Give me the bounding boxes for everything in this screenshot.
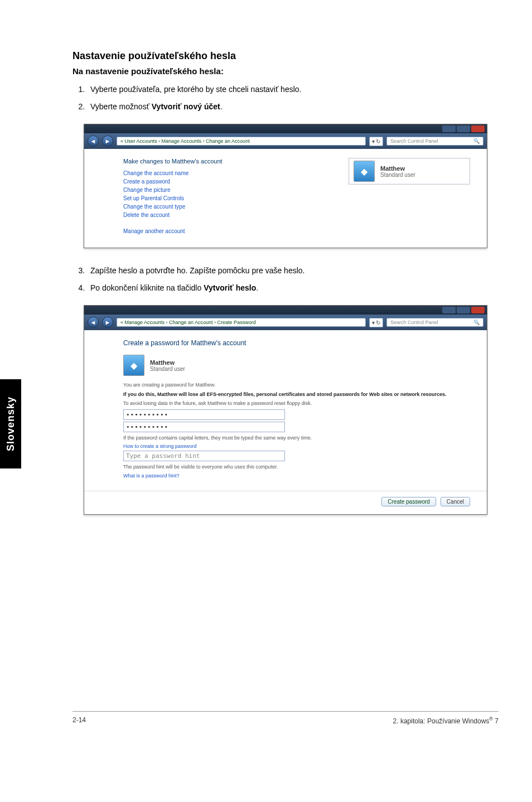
- language-tab-label: Slovensky: [5, 397, 17, 451]
- user-role: Standard user: [150, 366, 185, 372]
- step-1: Vyberte používateľa, pre ktorého by ste …: [87, 84, 499, 95]
- back-icon[interactable]: ◄: [88, 136, 99, 147]
- caps-line: If the password contains capital letters…: [123, 434, 470, 442]
- step-4-text: Po dokončení kliknite na tlačidlo: [90, 283, 204, 292]
- user-tile[interactable]: ◆ Matthew Standard user: [349, 158, 470, 185]
- refresh-box[interactable]: ▾↻: [369, 318, 383, 327]
- breadcrumb[interactable]: « User Accounts › Manage Accounts › Chan…: [117, 137, 366, 146]
- user-role: Standard user: [380, 172, 415, 178]
- link-change-type[interactable]: Change the account type: [123, 204, 332, 210]
- search-icon: 🔍: [473, 138, 480, 144]
- step-3: Zapíšte heslo a potvrďte ho. Zapíšte pom…: [87, 265, 499, 277]
- footer-post: 7: [493, 717, 499, 725]
- page-number: 2-14: [72, 716, 86, 725]
- creating-line: You are creating a password for Matthew.: [123, 381, 470, 389]
- footer-pre: 2. kapitola: Používanie Windows: [393, 717, 490, 725]
- create-password-button[interactable]: Create password: [381, 497, 436, 506]
- back-icon[interactable]: ◄: [88, 317, 99, 328]
- search-input[interactable]: Search Control Panel 🔍: [386, 318, 483, 327]
- avatar: ◆: [354, 161, 375, 182]
- link-password-hint[interactable]: What is a password hint?: [123, 473, 470, 479]
- avatar: ◆: [123, 355, 144, 376]
- breadcrumb[interactable]: « Manage Accounts › Change an Account › …: [117, 318, 366, 327]
- user-name: Matthew: [150, 359, 185, 366]
- refresh-icon: ↻: [376, 320, 380, 326]
- maximize-icon[interactable]: [457, 307, 470, 313]
- search-placeholder: Search Control Panel: [390, 138, 438, 144]
- step-1-text: Vyberte používateľa, pre ktorého by ste …: [90, 85, 301, 94]
- footer-chapter: 2. kapitola: Používanie Windows® 7: [393, 716, 499, 725]
- panel-heading: Make changes to Matthew's account: [123, 158, 332, 165]
- link-change-picture[interactable]: Change the picture: [123, 187, 332, 193]
- chevron-down-icon: ▾: [372, 138, 375, 144]
- step-2-bold: Vytvoriť nový účet: [152, 102, 220, 111]
- link-change-name[interactable]: Change the account name: [123, 170, 332, 176]
- forward-icon[interactable]: ►: [102, 136, 113, 147]
- forward-icon[interactable]: ►: [102, 317, 113, 328]
- figure-create-password: ◄ ► « Manage Accounts › Change an Accoun…: [84, 305, 487, 515]
- step-4: Po dokončení kliknite na tlačidlo Vytvor…: [87, 282, 499, 294]
- chevron-down-icon: ▾: [372, 320, 375, 326]
- close-icon[interactable]: [471, 125, 485, 132]
- user-tile: ◆ Matthew Standard user: [123, 355, 470, 376]
- registered-icon: ®: [489, 716, 493, 722]
- warning-line: If you do this, Matthew will lose all EF…: [123, 391, 470, 398]
- avoid-line: To avoid losing data in the future, ask …: [123, 400, 470, 407]
- refresh-icon: ↻: [376, 138, 380, 144]
- search-icon: 🔍: [473, 320, 480, 325]
- link-strong-password[interactable]: How to create a strong password: [123, 443, 470, 449]
- figure-change-account: ◄ ► « User Accounts › Manage Accounts › …: [84, 124, 487, 248]
- window-titlebar: [84, 124, 487, 133]
- minimize-icon[interactable]: [442, 307, 456, 313]
- link-manage-another[interactable]: Manage another account: [123, 228, 332, 234]
- hint-visible-line: The password hint will be visible to eve…: [123, 463, 470, 471]
- search-input[interactable]: Search Control Panel 🔍: [386, 137, 483, 146]
- section-subtitle: Na nastavenie používateľského hesla:: [72, 66, 499, 76]
- step-4-bold: Vytvoriť heslo: [204, 283, 256, 292]
- confirm-password-field[interactable]: ••••••••••: [123, 422, 285, 432]
- cancel-button[interactable]: Cancel: [441, 497, 470, 506]
- minimize-icon[interactable]: [442, 125, 456, 132]
- password-field[interactable]: ••••••••••: [123, 409, 285, 420]
- search-placeholder: Search Control Panel: [390, 320, 438, 325]
- step-2-text: Vyberte možnosť: [90, 102, 152, 111]
- section-title: Nastavenie používateľského hesla: [72, 50, 499, 62]
- link-delete-account[interactable]: Delete the account: [123, 212, 332, 218]
- window-titlebar: [84, 306, 487, 315]
- panel-heading: Create a password for Matthew's account: [123, 339, 470, 347]
- step-3-text: Zapíšte heslo a potvrďte ho. Zapíšte pom…: [90, 266, 304, 275]
- maximize-icon[interactable]: [457, 125, 470, 132]
- user-name: Matthew: [380, 165, 415, 172]
- step-2: Vyberte možnosť Vytvoriť nový účet.: [87, 101, 499, 113]
- hint-field[interactable]: Type a password hint: [123, 451, 285, 461]
- link-parental-controls[interactable]: Set up Parental Controls: [123, 195, 332, 201]
- language-tab: Slovensky: [0, 379, 21, 468]
- link-create-password[interactable]: Create a password: [123, 178, 332, 185]
- close-icon[interactable]: [471, 307, 485, 313]
- refresh-box[interactable]: ▾↻: [369, 137, 383, 146]
